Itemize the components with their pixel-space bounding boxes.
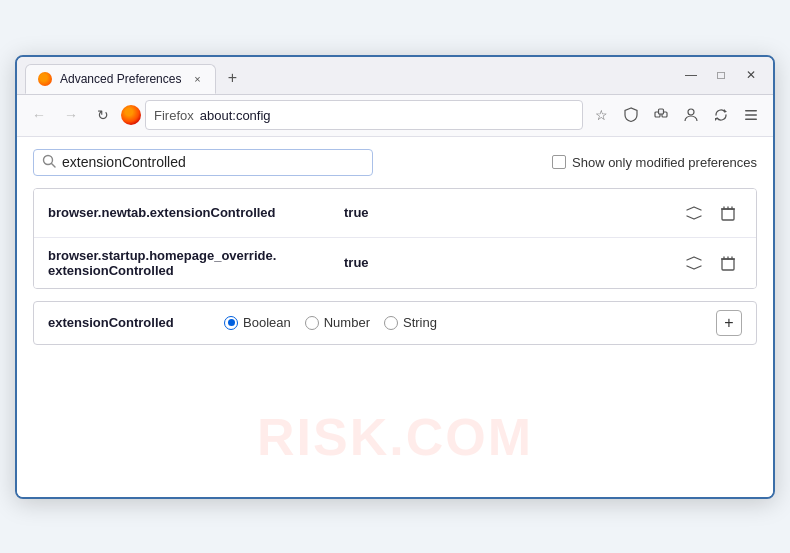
delete-button[interactable]	[714, 199, 742, 227]
radio-boolean-label: Boolean	[243, 315, 291, 330]
browser-window: Advanced Preferences × + — □ ✕ ← → ↻ Fir…	[15, 55, 775, 499]
show-modified-checkbox[interactable]	[552, 155, 566, 169]
add-plus-button[interactable]: +	[716, 310, 742, 336]
firefox-logo-icon	[121, 105, 141, 125]
row-actions	[680, 199, 742, 227]
radio-number[interactable]: Number	[305, 315, 370, 330]
pref-value: true	[344, 205, 369, 220]
svg-point-3	[688, 109, 694, 115]
search-input[interactable]	[62, 154, 364, 170]
svg-rect-6	[745, 110, 757, 112]
refresh-button[interactable]: ↻	[89, 101, 117, 129]
svg-marker-4	[724, 109, 727, 112]
svg-rect-16	[722, 259, 734, 270]
search-bar: Show only modified preferences	[33, 149, 757, 176]
search-input-wrap[interactable]	[33, 149, 373, 176]
toggle-button[interactable]	[680, 199, 708, 227]
back-button[interactable]: ←	[25, 101, 53, 129]
forward-button[interactable]: →	[57, 101, 85, 129]
radio-number-circle[interactable]	[305, 316, 319, 330]
show-modified-wrap: Show only modified preferences	[552, 155, 757, 170]
content-area: RISK.COM Show only modified preferences	[17, 137, 773, 497]
tab-firefox-icon	[38, 72, 52, 86]
radio-string-circle[interactable]	[384, 316, 398, 330]
navigation-bar: ← → ↻ Firefox about:config ☆	[17, 95, 773, 137]
bookmark-icon[interactable]: ☆	[587, 101, 615, 129]
add-preference-row: extensionControlled Boolean Number Strin…	[33, 301, 757, 345]
maximize-button[interactable]: □	[707, 61, 735, 89]
tab-close-button[interactable]: ×	[189, 71, 205, 87]
delete-button[interactable]	[714, 249, 742, 277]
svg-line-10	[52, 163, 56, 167]
watermark: RISK.COM	[257, 407, 533, 467]
search-icon	[42, 154, 56, 171]
svg-rect-7	[745, 114, 757, 116]
radio-boolean-circle[interactable]	[224, 316, 238, 330]
sync-icon[interactable]	[707, 101, 735, 129]
address-bar[interactable]: Firefox about:config	[145, 100, 583, 130]
nav-icons: ☆	[587, 101, 765, 129]
results-table: browser.newtab.extensionControlled true	[33, 188, 757, 289]
svg-rect-8	[745, 119, 757, 121]
tab-area: Advanced Preferences × +	[25, 57, 677, 94]
radio-number-label: Number	[324, 315, 370, 330]
svg-rect-11	[722, 209, 734, 220]
row-actions	[680, 249, 742, 277]
svg-rect-2	[659, 109, 664, 114]
table-row: browser.startup.homepage_override. exten…	[34, 238, 756, 288]
shield-icon[interactable]	[617, 101, 645, 129]
title-bar: Advanced Preferences × + — □ ✕	[17, 57, 773, 95]
window-controls: — □ ✕	[677, 61, 765, 89]
pref-name: browser.newtab.extensionControlled	[48, 205, 328, 220]
radio-boolean[interactable]: Boolean	[224, 315, 291, 330]
url-text: about:config	[200, 108, 271, 123]
radio-string[interactable]: String	[384, 315, 437, 330]
show-modified-label: Show only modified preferences	[572, 155, 757, 170]
table-row: browser.newtab.extensionControlled true	[34, 189, 756, 238]
active-tab[interactable]: Advanced Preferences ×	[25, 64, 216, 94]
close-button[interactable]: ✕	[737, 61, 765, 89]
extension-icon[interactable]	[647, 101, 675, 129]
pref-value: true	[344, 255, 369, 270]
menu-icon[interactable]	[737, 101, 765, 129]
toggle-button[interactable]	[680, 249, 708, 277]
add-pref-name: extensionControlled	[48, 315, 208, 330]
radio-group: Boolean Number String	[224, 315, 700, 330]
new-tab-button[interactable]: +	[220, 66, 244, 90]
pref-name: browser.startup.homepage_override. exten…	[48, 248, 328, 278]
tab-title: Advanced Preferences	[60, 72, 181, 86]
minimize-button[interactable]: —	[677, 61, 705, 89]
profile-icon[interactable]	[677, 101, 705, 129]
browser-name-label: Firefox	[154, 108, 194, 123]
radio-string-label: String	[403, 315, 437, 330]
